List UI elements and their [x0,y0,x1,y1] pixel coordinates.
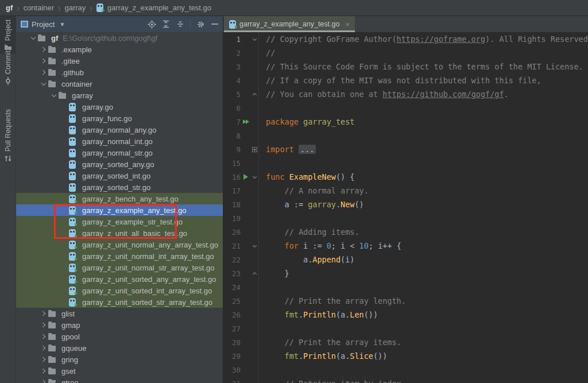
tree-chevron[interactable] [39,369,48,373]
tree-item[interactable]: garray_z_unit_sorted_int_array_test.go [16,285,223,296]
tree-item[interactable]: garray_z_bench_any_test.go [16,193,223,204]
tree-item[interactable]: glist [16,308,223,319]
code-segment: () [354,200,363,209]
hide-icon[interactable] [210,20,219,29]
tree-item[interactable]: gpool [16,331,223,342]
line-number: 5 [223,90,241,99]
pull-request-icon [4,154,12,163]
tree-item[interactable]: garray_z_example_any_test.go [16,204,223,216]
tree-item[interactable]: garray_sorted_str.go [16,181,223,193]
fold-marker-icon[interactable] [251,94,258,95]
tree-chevron[interactable] [39,48,48,51]
tree-item[interactable]: gfE:\Go\src\github.com\gogf\gf [16,32,223,44]
code-segment: . [299,310,303,319]
line-number: 29 [223,352,241,361]
breadcrumb: gf›container›garray›garray_z_example_any… [0,0,588,16]
stripe-tab-pull-requests-label: Pull Requests [4,109,12,152]
run-test-icon[interactable] [241,174,251,180]
chevron-right-icon [41,380,45,383]
code-text: } [258,266,588,280]
tree-item[interactable]: garray_func.go [16,113,223,124]
tree-item[interactable]: container [16,78,223,90]
tool-window-stripe: Project Commit Pull Requests [0,16,16,383]
tree-item[interactable]: .github [16,67,223,78]
comment-link[interactable]: https://github.com/gogf/gf [382,90,504,99]
chevron-right-icon [41,369,45,373]
go-test-file-icon [96,3,103,12]
tree-chevron[interactable] [49,95,59,96]
run-test-icon[interactable] [241,119,251,124]
tree-item[interactable]: garray_z_unit_normal_int_array_test.go [16,250,223,262]
tree-item-label: garray_z_unit_normal_int_array_test.go [82,252,214,261]
tree-item-label: garray_z_bench_any_test.go [82,195,179,203]
stripe-tab-pull-requests[interactable]: Pull Requests [0,106,16,166]
folder-icon [48,333,59,340]
tree-item[interactable]: garray_z_unit_sorted_str_array_test.go [16,296,223,308]
line-number: 25 [223,297,241,305]
code-line: 26 fmt.Println(a.Len()) [223,308,588,322]
tree-chevron[interactable] [39,83,48,85]
breadcrumb-item[interactable]: garray [64,3,86,12]
expand-all-icon[interactable] [161,20,171,29]
settings-icon[interactable] [196,20,205,29]
fold-end-icon [253,92,257,96]
code-line: 24 [223,280,588,294]
tree-item[interactable]: gmap [16,319,223,331]
code-text: func ExampleNew() { [258,170,588,184]
tree-chevron[interactable] [39,312,48,315]
code-line: 17 // A normal array. [223,184,588,198]
code-line: 20 // Adding items. [223,225,588,239]
tree-chevron[interactable] [39,323,48,327]
stripe-tab-commit[interactable]: Commit [0,47,16,88]
tree-chevron[interactable] [39,381,48,383]
tree-chevron[interactable] [39,71,48,74]
fold-marker-icon[interactable] [251,38,258,40]
fold-marker-icon[interactable] [251,273,258,274]
fold-marker-icon[interactable]: + [251,147,258,152]
tree-item[interactable]: gset [16,365,223,377]
code-line: 4// If a copy of the MIT was not distrib… [223,73,588,87]
code-text: a.Append(i) [258,253,588,266]
code-segment: // A normal array. [285,186,369,195]
tree-item[interactable]: garray_sorted_int.go [16,170,223,181]
tree-chevron[interactable] [29,37,38,39]
tree-item[interactable]: garray_z_unit_all_basic_test.go [16,227,223,239]
tree-item[interactable]: garray [16,90,223,101]
tree-item[interactable]: garray_normal_int.go [16,136,223,147]
tree-item[interactable]: garray_z_unit_normal_any_array_test.go [16,239,223,250]
tree-item[interactable]: .gitee [16,55,223,67]
breadcrumb-item[interactable]: gf [6,3,13,12]
tree-chevron[interactable] [39,358,48,361]
tree-item[interactable]: garray_normal_str.go [16,147,223,158]
comment-link[interactable]: https://goframe.org [397,34,485,44]
code-segment: ()) [364,310,378,319]
breadcrumb-item[interactable]: garray_z_example_any_test.go [107,3,211,12]
breadcrumb-item[interactable]: container [24,3,54,12]
tree-item[interactable]: gtree [16,377,223,383]
code-line: 31 // Retrieve item by index. [223,377,588,383]
tree-item[interactable]: garray_normal_any.go [16,124,223,136]
fold-marker-icon[interactable] [251,176,258,178]
tree-item[interactable]: garray_z_example_str_test.go [16,216,223,227]
tree-item[interactable]: garray_z_unit_normal_str_array_test.go [16,262,223,273]
tree-item[interactable]: .example [16,44,223,55]
tree-chevron[interactable] [39,59,48,63]
tree-item[interactable]: garray_sorted_any.go [16,158,223,170]
code-editor[interactable]: 1// Copyright GoFrame Author(https://gof… [223,32,588,383]
project-view-selector[interactable]: Project ▼ [21,20,65,29]
tree-chevron[interactable] [39,346,48,350]
tree-item[interactable]: garray.go [16,101,223,113]
tree-item[interactable]: gqueue [16,342,223,354]
fold-marker-icon[interactable] [251,245,258,247]
tree-item-label: garray.go [82,103,113,111]
code-text: import ... [258,142,588,156]
code-text: a := garray.New() [258,198,588,211]
go-file-icon [69,126,79,134]
tree-item[interactable]: garray_z_unit_sorted_any_array_test.go [16,273,223,285]
editor-tab[interactable]: garray_z_example_any_test.go × [224,16,355,32]
close-icon[interactable]: × [345,21,350,28]
collapse-all-icon[interactable] [176,20,185,29]
tree-item[interactable]: gring [16,354,223,365]
tree-chevron[interactable] [39,335,48,338]
locate-icon[interactable] [147,20,156,29]
